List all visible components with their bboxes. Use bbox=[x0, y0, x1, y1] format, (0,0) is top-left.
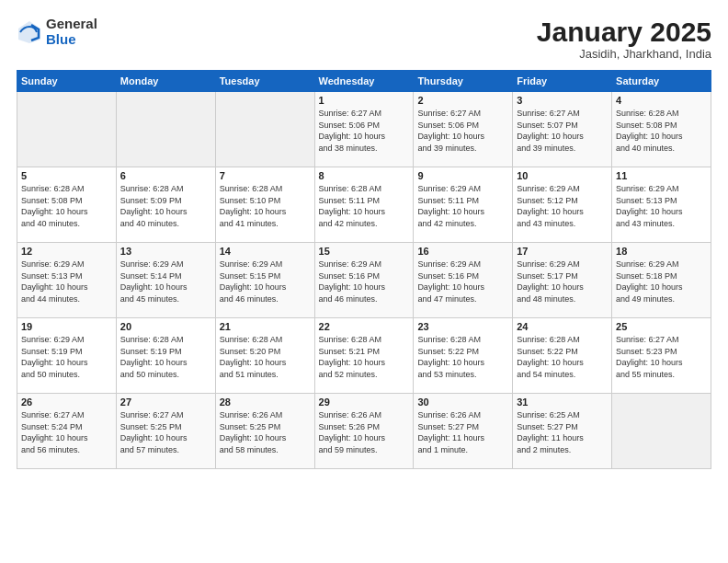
calendar-cell-w5-d6 bbox=[612, 394, 711, 469]
header: General Blue January 2025 Jasidih, Jhark… bbox=[17, 17, 711, 61]
day-info: Sunrise: 6:28 AM Sunset: 5:19 PM Dayligh… bbox=[120, 334, 211, 380]
calendar-header-row: Sunday Monday Tuesday Wednesday Thursday… bbox=[17, 71, 711, 92]
day-number: 6 bbox=[120, 170, 211, 181]
title-block: January 2025 Jasidih, Jharkhand, India bbox=[537, 17, 711, 61]
day-number: 30 bbox=[417, 396, 508, 408]
day-info: Sunrise: 6:29 AM Sunset: 5:13 PM Dayligh… bbox=[21, 259, 112, 304]
calendar-cell-w5-d0: 26Sunrise: 6:27 AM Sunset: 5:24 PM Dayli… bbox=[17, 394, 117, 469]
day-number: 27 bbox=[120, 396, 211, 408]
calendar-cell-w4-d1: 20Sunrise: 6:28 AM Sunset: 5:19 PM Dayli… bbox=[116, 318, 215, 394]
day-info: Sunrise: 6:29 AM Sunset: 5:17 PM Dayligh… bbox=[517, 259, 608, 304]
day-number: 19 bbox=[21, 321, 112, 332]
day-number: 24 bbox=[517, 321, 608, 332]
day-info: Sunrise: 6:28 AM Sunset: 5:21 PM Dayligh… bbox=[319, 334, 410, 380]
day-number: 15 bbox=[319, 246, 410, 257]
calendar-cell-w1-d1 bbox=[116, 92, 215, 167]
calendar-cell-w2-d5: 10Sunrise: 6:29 AM Sunset: 5:12 PM Dayli… bbox=[513, 167, 612, 243]
day-info: Sunrise: 6:28 AM Sunset: 5:08 PM Dayligh… bbox=[616, 108, 707, 154]
day-info: Sunrise: 6:26 AM Sunset: 5:26 PM Dayligh… bbox=[319, 409, 410, 455]
calendar-cell-w4-d0: 19Sunrise: 6:29 AM Sunset: 5:19 PM Dayli… bbox=[17, 318, 117, 394]
day-info: Sunrise: 6:28 AM Sunset: 5:08 PM Dayligh… bbox=[21, 183, 112, 229]
week-row-3: 12Sunrise: 6:29 AM Sunset: 5:13 PM Dayli… bbox=[17, 243, 711, 318]
week-row-2: 5Sunrise: 6:28 AM Sunset: 5:08 PM Daylig… bbox=[17, 167, 711, 243]
day-number: 4 bbox=[616, 95, 707, 106]
day-number: 14 bbox=[220, 246, 311, 257]
calendar-cell-w1-d6: 4Sunrise: 6:28 AM Sunset: 5:08 PM Daylig… bbox=[612, 92, 711, 167]
day-info: Sunrise: 6:29 AM Sunset: 5:12 PM Dayligh… bbox=[517, 183, 608, 229]
calendar-cell-w3-d5: 17Sunrise: 6:29 AM Sunset: 5:17 PM Dayli… bbox=[513, 243, 612, 318]
col-thursday: Thursday bbox=[414, 71, 513, 92]
calendar-cell-w3-d6: 18Sunrise: 6:29 AM Sunset: 5:18 PM Dayli… bbox=[612, 243, 711, 318]
calendar-cell-w1-d3: 1Sunrise: 6:27 AM Sunset: 5:06 PM Daylig… bbox=[314, 92, 414, 167]
calendar-cell-w3-d1: 13Sunrise: 6:29 AM Sunset: 5:14 PM Dayli… bbox=[116, 243, 215, 318]
day-info: Sunrise: 6:28 AM Sunset: 5:22 PM Dayligh… bbox=[417, 334, 508, 380]
day-info: Sunrise: 6:27 AM Sunset: 5:25 PM Dayligh… bbox=[120, 409, 211, 455]
day-info: Sunrise: 6:27 AM Sunset: 5:24 PM Dayligh… bbox=[21, 409, 112, 455]
col-wednesday: Wednesday bbox=[314, 71, 414, 92]
calendar-cell-w2-d3: 8Sunrise: 6:28 AM Sunset: 5:11 PM Daylig… bbox=[314, 167, 414, 243]
day-info: Sunrise: 6:25 AM Sunset: 5:27 PM Dayligh… bbox=[517, 409, 608, 455]
calendar-title: January 2025 bbox=[537, 17, 711, 47]
calendar-cell-w5-d3: 29Sunrise: 6:26 AM Sunset: 5:26 PM Dayli… bbox=[314, 394, 414, 469]
day-number: 3 bbox=[517, 95, 608, 106]
day-number: 26 bbox=[21, 396, 112, 408]
logo-icon bbox=[17, 19, 42, 45]
calendar-cell-w5-d1: 27Sunrise: 6:27 AM Sunset: 5:25 PM Dayli… bbox=[116, 394, 215, 469]
day-number: 2 bbox=[417, 95, 508, 106]
page: General Blue January 2025 Jasidih, Jhark… bbox=[0, 0, 728, 563]
day-info: Sunrise: 6:28 AM Sunset: 5:10 PM Dayligh… bbox=[220, 183, 311, 229]
calendar-cell-w4-d3: 22Sunrise: 6:28 AM Sunset: 5:21 PM Dayli… bbox=[314, 318, 414, 394]
day-number: 13 bbox=[120, 246, 211, 257]
logo-text: General Blue bbox=[46, 17, 97, 47]
day-number: 20 bbox=[120, 321, 211, 332]
day-info: Sunrise: 6:29 AM Sunset: 5:13 PM Dayligh… bbox=[616, 183, 707, 229]
day-number: 5 bbox=[21, 170, 112, 181]
day-number: 10 bbox=[517, 170, 608, 181]
day-number: 11 bbox=[616, 170, 707, 181]
calendar-cell-w1-d4: 2Sunrise: 6:27 AM Sunset: 5:06 PM Daylig… bbox=[414, 92, 513, 167]
calendar-cell-w2-d0: 5Sunrise: 6:28 AM Sunset: 5:08 PM Daylig… bbox=[17, 167, 117, 243]
day-info: Sunrise: 6:29 AM Sunset: 5:18 PM Dayligh… bbox=[616, 259, 707, 304]
calendar-cell-w1-d5: 3Sunrise: 6:27 AM Sunset: 5:07 PM Daylig… bbox=[513, 92, 612, 167]
calendar-cell-w3-d3: 15Sunrise: 6:29 AM Sunset: 5:16 PM Dayli… bbox=[314, 243, 414, 318]
col-sunday: Sunday bbox=[17, 71, 117, 92]
day-info: Sunrise: 6:27 AM Sunset: 5:06 PM Dayligh… bbox=[417, 108, 508, 154]
day-info: Sunrise: 6:29 AM Sunset: 5:16 PM Dayligh… bbox=[319, 259, 410, 304]
day-info: Sunrise: 6:29 AM Sunset: 5:15 PM Dayligh… bbox=[220, 259, 311, 304]
calendar-cell-w4-d6: 25Sunrise: 6:27 AM Sunset: 5:23 PM Dayli… bbox=[612, 318, 711, 394]
day-number: 25 bbox=[616, 321, 707, 332]
day-info: Sunrise: 6:29 AM Sunset: 5:16 PM Dayligh… bbox=[417, 259, 508, 304]
day-number: 28 bbox=[220, 396, 311, 408]
col-saturday: Saturday bbox=[612, 71, 711, 92]
day-info: Sunrise: 6:28 AM Sunset: 5:22 PM Dayligh… bbox=[517, 334, 608, 380]
col-tuesday: Tuesday bbox=[215, 71, 314, 92]
col-monday: Monday bbox=[116, 71, 215, 92]
day-number: 22 bbox=[319, 321, 410, 332]
day-number: 12 bbox=[21, 246, 112, 257]
day-info: Sunrise: 6:27 AM Sunset: 5:07 PM Dayligh… bbox=[517, 108, 608, 154]
day-info: Sunrise: 6:28 AM Sunset: 5:20 PM Dayligh… bbox=[220, 334, 311, 380]
calendar-table: Sunday Monday Tuesday Wednesday Thursday… bbox=[17, 70, 711, 469]
col-friday: Friday bbox=[513, 71, 612, 92]
calendar-cell-w3-d4: 16Sunrise: 6:29 AM Sunset: 5:16 PM Dayli… bbox=[414, 243, 513, 318]
day-info: Sunrise: 6:28 AM Sunset: 5:11 PM Dayligh… bbox=[319, 183, 410, 229]
calendar-cell-w2-d4: 9Sunrise: 6:29 AM Sunset: 5:11 PM Daylig… bbox=[414, 167, 513, 243]
week-row-1: 1Sunrise: 6:27 AM Sunset: 5:06 PM Daylig… bbox=[17, 92, 711, 167]
calendar-cell-w5-d5: 31Sunrise: 6:25 AM Sunset: 5:27 PM Dayli… bbox=[513, 394, 612, 469]
calendar-cell-w2-d2: 7Sunrise: 6:28 AM Sunset: 5:10 PM Daylig… bbox=[215, 167, 314, 243]
calendar-cell-w1-d2 bbox=[215, 92, 314, 167]
day-number: 8 bbox=[319, 170, 410, 181]
calendar-cell-w2-d1: 6Sunrise: 6:28 AM Sunset: 5:09 PM Daylig… bbox=[116, 167, 215, 243]
calendar-cell-w2-d6: 11Sunrise: 6:29 AM Sunset: 5:13 PM Dayli… bbox=[612, 167, 711, 243]
calendar-cell-w5-d4: 30Sunrise: 6:26 AM Sunset: 5:27 PM Dayli… bbox=[414, 394, 513, 469]
calendar-cell-w5-d2: 28Sunrise: 6:26 AM Sunset: 5:25 PM Dayli… bbox=[215, 394, 314, 469]
day-info: Sunrise: 6:26 AM Sunset: 5:25 PM Dayligh… bbox=[220, 409, 311, 455]
calendar-cell-w4-d4: 23Sunrise: 6:28 AM Sunset: 5:22 PM Dayli… bbox=[414, 318, 513, 394]
day-number: 23 bbox=[417, 321, 508, 332]
day-number: 9 bbox=[417, 170, 508, 181]
day-number: 17 bbox=[517, 246, 608, 257]
day-number: 18 bbox=[616, 246, 707, 257]
calendar-cell-w1-d0 bbox=[17, 92, 117, 167]
calendar-cell-w3-d2: 14Sunrise: 6:29 AM Sunset: 5:15 PM Dayli… bbox=[215, 243, 314, 318]
calendar-subtitle: Jasidih, Jharkhand, India bbox=[537, 47, 711, 61]
